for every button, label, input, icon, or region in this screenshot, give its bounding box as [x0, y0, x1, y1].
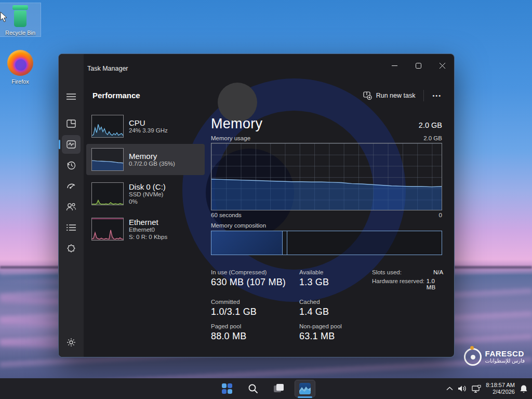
detail-title: Memory	[211, 116, 262, 132]
run-new-task-icon	[363, 91, 372, 100]
header-separator	[423, 90, 424, 101]
axis-left-label: 60 seconds	[211, 212, 242, 218]
selected-indicator	[59, 140, 60, 149]
composition-label: Memory composition	[211, 222, 442, 229]
taskbar-item-task-manager[interactable]	[295, 380, 315, 397]
composition-separator	[287, 231, 287, 255]
perf-item-title: CPU	[129, 118, 168, 127]
sidebar-item-details[interactable]	[62, 218, 81, 237]
stat-in-use: In use (Compressed) 630 MB (107 MB)	[211, 269, 299, 293]
minimize-button[interactable]	[382, 54, 406, 77]
memory-detail-panel: Memory 2.0 GB Memory usage 2.0 GB	[205, 111, 454, 357]
tray-time: 8:18:57 AM	[486, 382, 515, 389]
task-view-button[interactable]	[269, 380, 289, 397]
memory-usage-chart	[211, 143, 442, 210]
perf-item-sub2: 0%	[129, 198, 166, 205]
maximize-button[interactable]	[406, 54, 430, 77]
tray-date: 2/4/2026	[486, 389, 515, 395]
perf-item-sub: 24% 3.39 GHz	[129, 127, 168, 134]
disk-sparkline	[91, 182, 124, 205]
cpu-sparkline	[91, 115, 124, 138]
desktop-icon-firefox[interactable]: Firefox	[0, 50, 41, 85]
desktop-icon-label: Firefox	[10, 78, 31, 85]
sidebar-item-services[interactable]	[62, 239, 81, 258]
tray-clock[interactable]: 8:18:57 AM 2/4/2026	[486, 382, 515, 395]
task-manager-window: Task Manager	[58, 54, 455, 357]
perf-item-title: Memory	[129, 152, 175, 161]
close-button[interactable]	[430, 54, 454, 77]
nav-rail	[59, 54, 84, 357]
farescd-logo-icon	[464, 348, 482, 366]
perf-item-disk[interactable]: Disk 0 (C:) SSD (NVMe) 0%	[86, 177, 205, 210]
performance-list: CPU 24% 3.39 GHz Memory 0.7/2.0 GB (35%)	[86, 111, 205, 357]
ethernet-sparkline	[91, 218, 124, 241]
tray-chevron-up-icon[interactable]	[446, 387, 453, 391]
task-manager-taskbar-icon	[299, 383, 311, 394]
start-button[interactable]	[217, 380, 237, 397]
composition-separator	[282, 231, 283, 255]
window-title: Task Manager	[87, 65, 128, 72]
axis-right-label: 0	[439, 212, 442, 218]
brand-name: FARESCD	[485, 350, 525, 357]
recycle-bin-icon	[10, 5, 31, 28]
perf-item-title: Ethernet	[129, 218, 167, 227]
more-options-button[interactable]: •••	[427, 90, 447, 101]
stat-cached: Cached 1.4 GB	[299, 299, 372, 317]
stat-committed: Committed 1.0/3.1 GB	[211, 299, 299, 317]
perf-item-ethernet[interactable]: Ethernet Ethernet0 S: 0 R: 0 Kbps	[86, 212, 205, 246]
stat-available: Available 1.3 GB	[299, 269, 372, 293]
perf-item-sub: 0.7/2.0 GB (35%)	[129, 161, 175, 167]
usage-chart-max: 2.0 GB	[423, 135, 442, 141]
memory-total: 2.0 GB	[419, 121, 442, 132]
taskbar: 8:18:57 AM 2/4/2026	[0, 378, 532, 399]
running-indicator	[298, 396, 312, 398]
stat-paged-pool: Paged pool 88.0 MB	[211, 323, 299, 342]
brand-tagline: فارس للإسطوانات	[485, 357, 525, 364]
sidebar-item-performance[interactable]	[62, 135, 81, 154]
farescd-watermark: FARESCD فارس للإسطوانات	[464, 348, 525, 366]
perf-item-sub: SSD (NVMe)	[129, 191, 166, 198]
run-new-task-label: Run new task	[376, 92, 416, 99]
mouse-cursor	[0, 11, 8, 25]
desktop: Recycle Bin Firefox FARESCD فارس للإسطوا…	[0, 0, 532, 399]
sidebar-item-processes[interactable]	[62, 114, 81, 133]
stat-non-paged-pool: Non-paged pool 63.1 MB	[299, 323, 372, 342]
memory-sparkline	[91, 148, 124, 171]
run-new-task-button[interactable]: Run new task	[358, 88, 421, 103]
task-view-icon	[274, 384, 284, 393]
page-header: Performance Run new task •••	[84, 83, 454, 108]
sidebar-item-app-history[interactable]	[62, 156, 81, 175]
windows-start-icon	[222, 383, 232, 394]
sidebar-item-startup-apps[interactable]	[62, 177, 81, 195]
volume-icon[interactable]	[458, 385, 467, 392]
firefox-icon	[7, 50, 33, 76]
perf-item-memory[interactable]: Memory 0.7/2.0 GB (35%)	[86, 144, 205, 175]
window-titlebar[interactable]: Task Manager	[59, 54, 454, 83]
stat-kv-block: Slots used:N/A Hardware reserved:1.0 MB	[372, 269, 443, 293]
perf-item-cpu[interactable]: CPU 24% 3.39 GHz	[86, 111, 205, 142]
system-tray: 8:18:57 AM 2/4/2026	[446, 378, 528, 399]
desktop-icon-label: Recycle Bin	[4, 29, 37, 36]
stat-slots-used: Slots used:N/A	[372, 269, 443, 275]
memory-stats: In use (Compressed) 630 MB (107 MB) Avai…	[211, 269, 442, 342]
memory-composition-bar	[211, 231, 442, 255]
usage-chart-label: Memory usage	[211, 135, 250, 141]
stat-hardware-reserved: Hardware reserved:1.0 MB	[372, 278, 443, 290]
page-title: Performance	[92, 91, 140, 100]
search-button[interactable]	[243, 380, 263, 397]
network-icon[interactable]	[472, 385, 481, 393]
perf-item-sub: Ethernet0	[129, 227, 167, 233]
perf-item-title: Disk 0 (C:)	[129, 182, 166, 191]
composition-in-use	[211, 231, 282, 255]
notification-bell-icon[interactable]	[520, 384, 528, 393]
sidebar-item-users[interactable]	[62, 197, 81, 216]
search-icon	[248, 383, 258, 394]
menu-icon[interactable]	[62, 87, 81, 106]
settings-gear-icon[interactable]	[62, 333, 81, 352]
perf-item-sub2: S: 0 R: 0 Kbps	[129, 234, 167, 241]
